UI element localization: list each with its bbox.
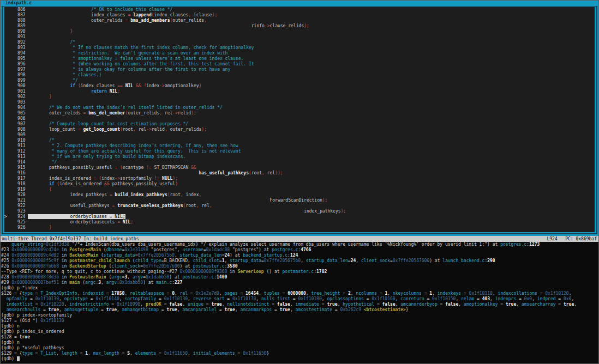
source-line: 887 index_clauses = lappend(index_clause… [4,13,595,18]
line-number: 923 [10,209,28,214]
source-line: 906 [4,116,595,122]
current-line-arrow [4,62,10,66]
line-number: 891 [10,34,28,39]
current-line-arrow [4,198,10,203]
gdb-console[interactable]: query_string=0x1df3d38 "/*+ IndexScan(db… [0,242,599,364]
line-number: 905 [10,111,28,116]
source-line: 889 rinfo->clause_relids); [4,23,595,29]
source-line: 913 * if we are only trying to build bit… [4,154,595,160]
gdb-output-line: (gdb) p *useful_pathkeys [1,345,599,351]
source-line: 903 [4,100,595,105]
current-line-arrow [4,89,10,94]
current-line-arrow [4,94,10,99]
line-number: 903 [10,100,28,105]
current-line-arrow [4,29,10,34]
current-line-arrow [4,122,10,126]
source-line: 910 /* [4,138,595,143]
source-line: 899 */ [4,78,595,83]
status-bar-right: L924 PC: 0x869baf [547,236,597,242]
gdb-output-line: $127 = (Oid *) 0x1f10130 [1,318,599,324]
line-number: 892 [10,40,28,45]
source-code-area[interactable]: 886 /* OK to include this clause */ 887 … [4,7,595,232]
source-window-border [2,6,597,7]
line-number: 921 [10,198,28,203]
source-line: 920 index_pathkeys = build_index_pathkey… [4,192,595,198]
current-line-arrow [4,132,10,137]
source-line: 892 /* [4,40,595,45]
source-line: 908 loop_count = get_loop_count(root, re… [4,127,595,132]
current-line-arrow [4,78,10,83]
source-line: 919 { [4,187,595,192]
current-line-arrow [4,127,10,132]
line-number: 913 [10,154,28,159]
source-line: 891 [4,34,595,40]
line-number: 908 [10,127,28,132]
current-line-arrow [4,154,10,159]
source-line: 890 } [4,29,595,34]
current-line-arrow [4,171,10,175]
line-number: 909 [10,132,28,137]
current-line-arrow [4,160,10,165]
gdb-output-line: indextlist = 0x1f10220, indrestrictinfo … [1,302,599,307]
current-line-arrow [4,34,10,39]
current-line-arrow [4,225,10,230]
source-line: 917 index_is_ordered = (index->sortopfam… [4,176,595,181]
current-line-arrow [4,209,10,214]
current-line-arrow [4,23,10,28]
line-number: 906 [10,116,28,121]
source-line: 900 if (index_clauses == NIL && !index->… [4,83,595,89]
line-number: 904 [10,105,28,110]
source-line: 914 */ [4,160,595,165]
current-line-arrow [4,56,10,61]
current-line-arrow [4,165,10,170]
current-line-arrow [4,149,10,154]
gdb-output-line: (gdb) n [1,340,599,345]
source-line: 902 } [4,94,595,100]
source-line: 921 ForwardScanDirection); [4,198,595,203]
line-number: 889 [10,23,28,28]
source-line: 923 index_pathkeys); [4,209,595,214]
line-number: 899 [10,78,28,83]
source-line: 905 outer_relids = bms_del_member(outer_… [4,111,595,116]
line-number: 890 [10,29,28,34]
gdb-output-line: #24 0x00000000009c4d02 in BackendMain (s… [1,253,599,258]
current-line-arrow: > [4,214,10,219]
current-line-arrow [4,7,10,12]
line-number: 896 [10,62,28,66]
current-line-arrow [4,220,10,225]
source-line: 886 /* OK to include this clause */ [4,7,595,13]
line-number: 912 [10,149,28,154]
source-line: 897 * is always okay for columns after t… [4,67,595,72]
status-bar: multi-thre Thread 0x7f4e19a137 In: build… [0,236,599,242]
source-window-border [596,6,597,234]
source-line: 915 pathkeys_possibly_useful = (scantype… [4,165,595,171]
source-line: 895 * amoptionalkey = false unless there… [4,56,595,62]
current-line-arrow [4,18,10,23]
source-line: 918 if (index_is_ordered && pathkeys_pos… [4,181,595,187]
current-line-arrow [4,143,10,148]
source-window-border [2,233,597,234]
line-number: 919 [10,187,28,192]
current-line-arrow [4,67,10,72]
line-number: 925 [10,220,28,225]
line-number: 926 [10,225,28,230]
source-line: 922 useful_pathkeys = truncate_useless_p… [4,203,595,209]
current-line-arrow [4,116,10,121]
current-line-arrow [4,100,10,105]
current-line-arrow [4,138,10,143]
line-number: 898 [10,72,28,77]
source-window: indxpath.c 886 /* OK to include this cla… [0,0,599,236]
gdb-output-line: #28 0x00000000008f8d36 in PostmasterMain… [1,275,599,280]
source-line: 911 * 2. Compute pathkeys describing ind… [4,143,595,149]
source-line: 893 * If no clauses match the first inde… [4,45,595,51]
source-line: 912 * many of them are actually useful f… [4,149,595,154]
terminal-cursor[interactable] [17,356,20,361]
line-number: 924 [10,214,28,219]
source-line: 888 outer_relids = bms_add_members(outer… [4,18,595,23]
line-number: 902 [10,94,28,99]
line-number: 922 [10,203,28,208]
line-number: 887 [10,13,28,17]
gdb-output-line: --Type <RET> for more, q to quit, c to c… [1,269,599,275]
line-number: 916 [10,171,28,175]
source-line: 907 /* Compute loop_count for cost estim… [4,122,595,127]
